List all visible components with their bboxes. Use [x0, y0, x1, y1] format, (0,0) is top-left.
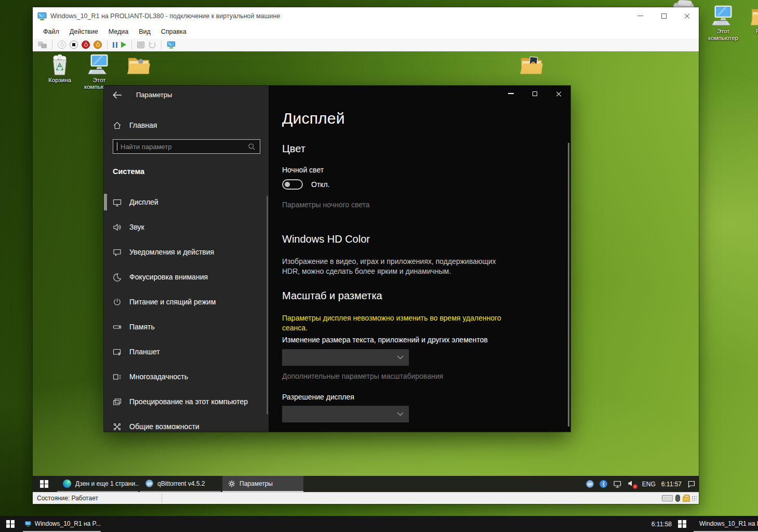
toolbar — [33, 38, 699, 51]
host-icon-label: Этот компьютер — [702, 28, 744, 42]
settings-maximize-button[interactable] — [523, 86, 547, 101]
maximize-button[interactable] — [652, 7, 675, 24]
host-start-button-monitor2[interactable] — [673, 516, 691, 532]
sidebar-item-shared-experiences[interactable]: Общие возможности — [104, 414, 269, 432]
host-task-vmconnect[interactable]: Windows_10_R1 на P... — [23, 516, 101, 532]
host-taskbar: Windows_10_R1 на P... 6:11:58 Windows_10… — [0, 516, 758, 532]
sidebar-item-projecting[interactable]: Проецирование на этот компьютер — [104, 389, 269, 414]
night-light-toggle-row: Откл. — [282, 179, 330, 190]
qbittorrent-tray-icon[interactable]: qb — [586, 480, 594, 488]
host-task-vmconnect-monitor2[interactable]: Windows_10_R1 на P. — [694, 516, 758, 532]
menu-file[interactable]: Файл — [38, 28, 64, 35]
gear-icon — [228, 480, 235, 487]
menu-action[interactable]: Действие — [64, 28, 103, 35]
settings-title: Параметры — [136, 91, 172, 99]
pause-icon[interactable] — [113, 42, 117, 48]
close-button[interactable] — [675, 7, 699, 24]
vm-taskbar: Дзен и еще 1 страни... qb qBittorrent v4… — [33, 476, 699, 492]
vm-window-icon — [25, 520, 31, 528]
sidebar-item-multitasking[interactable]: Многозадачность — [104, 364, 269, 389]
taskbar-task-qbittorrent[interactable]: qb qBittorrent v4.5.2 — [140, 476, 221, 492]
search-input[interactable] — [117, 143, 248, 151]
night-light-toggle[interactable] — [282, 179, 303, 190]
task-label: Дзен и еще 1 страни... — [75, 480, 138, 487]
projecting-icon — [113, 397, 122, 406]
vmconnect-window: Windows_10_R1 на PROLIANT-DL380 - подклю… — [33, 7, 699, 504]
sidebar-item-focus-assist[interactable]: Фокусировка внимания — [104, 264, 269, 289]
vm-system-tray: qb ENG 6:11:57 — [586, 476, 696, 492]
vm-desktop-icon-this-pc[interactable]: Этот компьютер — [78, 54, 120, 90]
vm-clock[interactable]: 6:11:57 — [661, 481, 682, 488]
advanced-scaling-link[interactable]: Дополнительные параметры масштабирования — [282, 372, 443, 380]
resize-grip[interactable] — [691, 496, 697, 501]
menu-media[interactable]: Медиа — [103, 28, 134, 35]
bluetooth-icon[interactable] — [600, 480, 607, 488]
enhanced-session-icon[interactable] — [167, 41, 176, 49]
chevron-down-icon — [397, 412, 404, 416]
start-vm-icon — [58, 41, 66, 49]
checkpoint-icon — [137, 42, 144, 48]
shutdown-icon[interactable] — [82, 41, 90, 49]
scaling-dropdown[interactable] — [282, 349, 409, 366]
resolution-dropdown[interactable] — [282, 406, 409, 422]
resume-icon[interactable] — [121, 42, 126, 48]
back-button[interactable] — [112, 90, 123, 100]
sidebar-scrollbar[interactable] — [267, 196, 268, 414]
turn-off-icon[interactable] — [70, 41, 78, 49]
minimize-button[interactable] — [629, 7, 652, 24]
task-label: qBittorrent v4.5.2 — [157, 480, 205, 487]
user-folder-icon — [127, 54, 151, 76]
settings-close-button[interactable] — [547, 86, 570, 101]
sidebar-item-notifications[interactable]: Уведомления и действия — [104, 240, 269, 264]
host-desktop-icon-folder[interactable]: Rom — [744, 5, 758, 35]
menu-bar: Файл Действие Медиа Вид Справка — [33, 24, 699, 38]
settings-minimize-button[interactable] — [499, 86, 523, 101]
host-desktop-icon-this-pc[interactable]: Этот компьютер — [702, 5, 744, 42]
search-icon[interactable] — [248, 143, 256, 151]
sidebar-item-display[interactable]: Дисплей — [104, 190, 269, 215]
vmconnect-titlebar[interactable]: Windows_10_R1 на PROLIANT-DL380 - подклю… — [33, 7, 699, 24]
vm-icon-label: Корзина — [48, 77, 71, 84]
menu-view[interactable]: Вид — [134, 28, 156, 35]
sidebar-item-storage[interactable]: Память — [104, 314, 269, 339]
statusbar-divider — [162, 494, 162, 503]
settings-window: Параметры Главная Система — [104, 86, 570, 432]
task-label: Windows_10_R1 на P... — [35, 520, 101, 527]
network-icon[interactable] — [613, 480, 622, 488]
sidebar-item-tablet[interactable]: Планшет — [104, 339, 269, 364]
sidebar-item-sound[interactable]: Звук — [104, 215, 269, 240]
vm-desktop-icon-user-folder[interactable] — [118, 54, 159, 76]
sidebar-item-power-sleep[interactable]: Питание и спящий режим — [104, 289, 269, 314]
vm-desktop-icon-pictures-folder[interactable] — [511, 54, 552, 76]
vm-start-button[interactable] — [33, 476, 56, 492]
host-clock[interactable]: 6:11:58 — [651, 516, 672, 532]
sidebar-item-label: Память — [129, 323, 155, 331]
volume-muted-icon[interactable] — [628, 480, 636, 488]
ctrl-alt-del-icon[interactable] — [38, 42, 47, 48]
main-scrollbar[interactable] — [568, 143, 569, 427]
taskbar-task-edge[interactable]: Дзен и еще 1 страни... — [57, 476, 138, 492]
this-pc-icon — [711, 5, 735, 27]
pictures-folder-icon — [520, 54, 543, 76]
taskbar-task-settings[interactable]: Параметры — [222, 476, 303, 492]
display-icon — [113, 198, 122, 207]
edge-icon — [63, 480, 71, 488]
page-title: Дисплей — [282, 110, 345, 127]
shared-experiences-icon — [113, 422, 122, 431]
action-center-icon[interactable] — [687, 480, 696, 488]
save-state-icon[interactable] — [94, 41, 102, 49]
task-label: Параметры — [240, 480, 273, 487]
language-indicator[interactable]: ENG — [642, 481, 656, 488]
windows-logo-icon — [6, 520, 15, 528]
resize-label: Изменение размера текста, приложений и д… — [282, 336, 488, 344]
hd-color-description: Изображение в видео, играх и приложениях… — [282, 257, 507, 276]
home-label: Главная — [129, 121, 157, 129]
night-light-settings-link[interactable]: Параметры ночного света — [282, 201, 370, 209]
vm-desktop-icon-recycle-bin[interactable]: Корзина — [39, 54, 81, 84]
toolbar-separator — [131, 41, 132, 49]
sidebar-item-home[interactable]: Главная — [104, 116, 269, 135]
host-start-button[interactable] — [0, 516, 21, 532]
toggle-state-label: Откл. — [311, 180, 330, 189]
search-box[interactable] — [113, 139, 260, 154]
menu-help[interactable]: Справка — [156, 28, 192, 35]
